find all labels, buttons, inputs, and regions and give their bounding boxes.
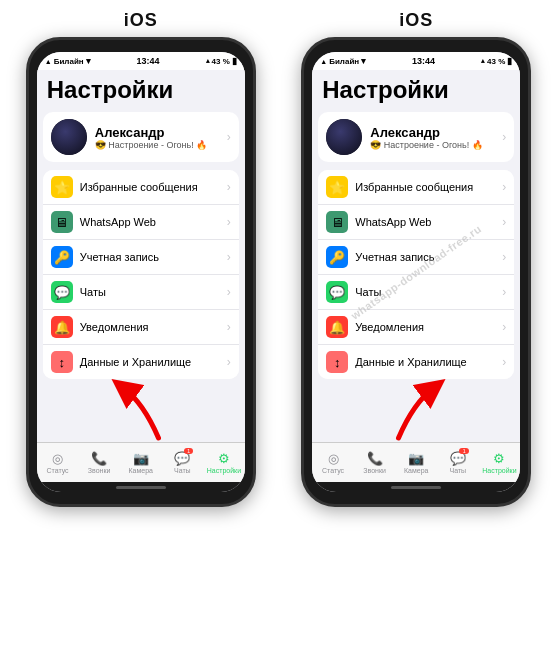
menu-icon-4: 🔔	[51, 316, 73, 338]
tab-icon-wrap-1: 📞	[367, 451, 383, 466]
carrier-text: Билайн	[329, 57, 359, 66]
menu-icon-3: 💬	[51, 281, 73, 303]
tab-item-2[interactable]: 📷Камера	[395, 443, 437, 482]
menu-label-5: Данные и Хранилище	[355, 356, 495, 368]
tab-label-1: Звонки	[88, 467, 111, 474]
tab-item-0[interactable]: ◎Статус	[37, 443, 79, 482]
battery-icon: ▮	[232, 56, 237, 66]
tab-icon-wrap-4: ⚙	[493, 451, 505, 466]
tab-badge: 1	[459, 448, 468, 454]
home-indicator	[37, 482, 245, 492]
home-bar	[391, 486, 441, 489]
screen-content: НастройкиАлександр😎 Настроение - Огонь! …	[312, 70, 520, 442]
tab-icon-wrap-2: 📷	[408, 451, 424, 466]
avatar	[51, 119, 87, 155]
menu-chevron-icon: ›	[227, 355, 231, 369]
menu-item-1[interactable]: 🖥WhatsApp Web›	[43, 205, 239, 240]
menu-label-2: Учетная запись	[80, 251, 220, 263]
menu-item-4[interactable]: 🔔Уведомления›	[43, 310, 239, 345]
tab-icon-wrap-3: 1💬	[174, 451, 190, 466]
tab-label-4: Настройки	[482, 467, 516, 474]
tab-icon-wrap-3: 1💬	[450, 451, 466, 466]
status-battery: ▴43 %▮	[206, 56, 237, 66]
tab-item-2[interactable]: 📷Камера	[120, 443, 162, 482]
status-battery: ▴43 %▮	[481, 56, 512, 66]
menu-icon-1: 🖥	[51, 211, 73, 233]
location-icon: ▴	[206, 57, 210, 65]
menu-label-4: Уведомления	[80, 321, 220, 333]
phone-column-left: iOS▲Билайн▾13:44▴43 %▮НастройкиАлександр…	[8, 10, 274, 507]
profile-row[interactable]: Александр😎 Настроение - Огонь! 🔥›	[43, 112, 239, 162]
tab-label-4: Настройки	[207, 467, 241, 474]
phone-screen-left: ▲Билайн▾13:44▴43 %▮НастройкиАлександр😎 Н…	[37, 52, 245, 492]
tab-icon-0: ◎	[52, 451, 63, 466]
status-time: 13:44	[412, 56, 435, 66]
nav-header: Настройки	[37, 70, 245, 108]
menu-item-2[interactable]: 🔑Учетная запись›	[318, 240, 514, 275]
tab-icon-wrap-1: 📞	[91, 451, 107, 466]
chevron-right-icon: ›	[227, 130, 231, 144]
phone-column-right: iOS▲Билайн▾13:44▴43 %▮НастройкиАлександр…	[284, 10, 550, 507]
tab-label-3: Чаты	[174, 467, 191, 474]
tab-bar: ◎Статус📞Звонки📷Камера1💬Чаты⚙Настройки	[37, 442, 245, 482]
phone-frame-wrap-right: ▲Билайн▾13:44▴43 %▮НастройкиАлександр😎 Н…	[301, 37, 531, 507]
menu-chevron-icon: ›	[227, 250, 231, 264]
status-carrier: ▲Билайн▾	[320, 56, 366, 66]
menu-item-5[interactable]: ↕Данные и Хранилище›	[43, 345, 239, 379]
tab-item-4[interactable]: ⚙Настройки	[479, 443, 521, 482]
location-icon: ▴	[481, 57, 485, 65]
profile-info: Александр😎 Настроение - Огонь! 🔥	[370, 125, 494, 150]
tab-label-2: Камера	[404, 467, 428, 474]
phone-frame-right: ▲Билайн▾13:44▴43 %▮НастройкиАлександр😎 Н…	[301, 37, 531, 507]
menu-item-0[interactable]: ⭐Избранные сообщения›	[43, 170, 239, 205]
tab-icon-2: 📷	[133, 451, 149, 466]
tab-label-0: Статус	[46, 467, 68, 474]
tab-icon-2: 📷	[408, 451, 424, 466]
tab-bar: ◎Статус📞Звонки📷Камера1💬Чаты⚙Настройки	[312, 442, 520, 482]
menu-item-2[interactable]: 🔑Учетная запись›	[43, 240, 239, 275]
tab-icon-1: 📞	[91, 451, 107, 466]
profile-name: Александр	[95, 125, 219, 140]
tab-item-4[interactable]: ⚙Настройки	[203, 443, 245, 482]
menu-chevron-icon: ›	[502, 180, 506, 194]
tab-item-1[interactable]: 📞Звонки	[78, 443, 120, 482]
status-bar: ▲Билайн▾13:44▴43 %▮	[312, 52, 520, 70]
menu-icon-3: 💬	[326, 281, 348, 303]
tab-item-3[interactable]: 1💬Чаты	[437, 443, 479, 482]
menu-item-1[interactable]: 🖥WhatsApp Web›	[318, 205, 514, 240]
tab-item-0[interactable]: ◎Статус	[312, 443, 354, 482]
menu-icon-2: 🔑	[326, 246, 348, 268]
tab-item-1[interactable]: 📞Звонки	[354, 443, 396, 482]
menu-chevron-icon: ›	[227, 180, 231, 194]
chevron-right-icon: ›	[502, 130, 506, 144]
menu-label-4: Уведомления	[355, 321, 495, 333]
menu-label-2: Учетная запись	[355, 251, 495, 263]
menu-label-3: Чаты	[355, 286, 495, 298]
nav-header: Настройки	[312, 70, 520, 108]
signal-icon: ▲	[45, 58, 52, 65]
ios-label-group-right: iOS	[399, 10, 433, 31]
menu-item-0[interactable]: ⭐Избранные сообщения›	[318, 170, 514, 205]
wifi-icon: ▾	[361, 56, 366, 66]
menu-label-1: WhatsApp Web	[355, 216, 495, 228]
menu-icon-0: ⭐	[51, 176, 73, 198]
tab-icon-4: ⚙	[218, 451, 230, 466]
menu-item-3[interactable]: 💬Чаты›	[43, 275, 239, 310]
menu-item-3[interactable]: 💬Чаты›	[318, 275, 514, 310]
page-title: Настройки	[322, 76, 510, 104]
tab-label-0: Статус	[322, 467, 344, 474]
menu-icon-0: ⭐	[326, 176, 348, 198]
profile-row[interactable]: Александр😎 Настроение - Огонь! 🔥›	[318, 112, 514, 162]
ios-label: iOS	[124, 10, 158, 31]
main-container: iOS▲Билайн▾13:44▴43 %▮НастройкиАлександр…	[0, 0, 557, 650]
menu-item-5[interactable]: ↕Данные и Хранилище›	[318, 345, 514, 379]
wifi-icon: ▾	[86, 56, 91, 66]
menu-icon-2: 🔑	[51, 246, 73, 268]
menu-label-0: Избранные сообщения	[80, 181, 220, 193]
menu-chevron-icon: ›	[227, 320, 231, 334]
menu-label-3: Чаты	[80, 286, 220, 298]
tab-item-3[interactable]: 1💬Чаты	[162, 443, 204, 482]
battery-text: 43 %	[212, 57, 230, 66]
menu-item-4[interactable]: 🔔Уведомления›	[318, 310, 514, 345]
carrier-text: Билайн	[54, 57, 84, 66]
